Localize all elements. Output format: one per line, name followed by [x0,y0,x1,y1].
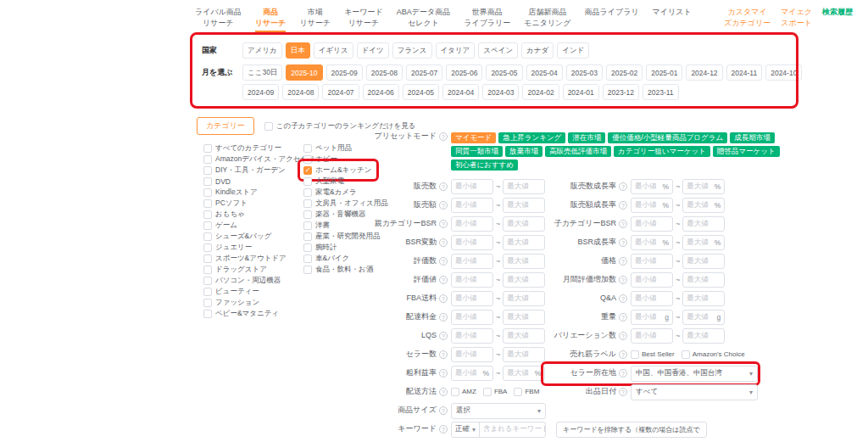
month-pill[interactable]: 2023-11 [643,84,679,100]
parent-category-bsr-min-input[interactable]: 最小値 [451,216,493,232]
revenue-min-input[interactable]: 最小値 [451,198,493,213]
lqs-max-input[interactable]: 最大値 [503,328,545,344]
category-item[interactable]: Kindleストア [203,187,258,198]
category-item[interactable]: Amazonデバイス・アクセサリ [203,154,315,165]
category-item[interactable]: ジュエリー [203,242,252,253]
checkbox-icon[interactable] [203,210,212,219]
product-size-select[interactable]: 選択▾ [451,403,546,419]
month-pill[interactable]: ここ30日 [242,64,282,81]
weight-max-input[interactable]: 最大値g [682,310,725,325]
checkbox-icon[interactable] [203,188,212,197]
category-item[interactable]: ビューティー [203,286,259,297]
checkbox-icon[interactable] [203,299,212,307]
category-item[interactable]: ドラッグストア [203,264,267,275]
variation-count-max-input[interactable]: 最大値 [682,328,725,344]
checkbox-icon[interactable] [303,177,312,186]
country-pill[interactable]: インド [557,42,589,59]
nav-tab-4[interactable]: キーワード リサーチ [344,7,383,31]
category-item[interactable]: DIY・工具・ガーデン [203,165,286,176]
info-icon[interactable]: ? [619,294,627,303]
weight-min-input[interactable]: 最小値g [631,310,673,325]
preset-tag[interactable]: 放棄市場 [505,146,542,157]
info-icon[interactable]: ? [439,332,448,340]
checkbox-icon[interactable] [303,155,312,164]
month-pill[interactable]: 2024-09 [242,84,279,100]
seller-location-select[interactable]: 中国、中国香港、中国台湾▾ [631,366,758,382]
sub-category-bsr-min-input[interactable]: 最小値 [631,216,673,232]
bsr-change-min-input[interactable]: 最小値 [451,235,493,250]
preset-tag[interactable]: カテゴリー狙いマーケット [614,146,710,157]
month-pill[interactable]: 2025-08 [366,64,403,81]
info-icon[interactable]: ? [619,182,627,191]
category-item[interactable]: スポーツ&アウトドア [203,253,287,264]
info-icon[interactable]: ? [439,425,448,434]
month-pill[interactable]: 2023-12 [603,84,639,100]
info-icon[interactable]: ? [439,369,448,378]
category-item[interactable]: おもちゃ [203,209,245,220]
keyword-match-select[interactable]: 正確▾ [452,422,480,437]
sales-growth-rate-max-input[interactable]: 最大値% [682,179,725,194]
info-icon[interactable]: ? [439,388,448,396]
review-count-min-input[interactable]: 最小値 [451,254,493,269]
month-pill[interactable]: 2025-07 [406,64,442,81]
month-pill[interactable]: 2025-03 [566,64,603,81]
nav-link-2[interactable]: マイエク スポート [781,7,812,28]
category-item[interactable]: シューズ&バッグ [203,231,271,242]
category-item[interactable]: 家電&カメラ [303,187,357,198]
checkbox-icon[interactable] [303,266,312,274]
country-pill[interactable]: 日本 [286,42,310,59]
checkbox-icon[interactable] [303,188,312,197]
checkbox-icon[interactable] [203,199,212,208]
gross-margin-max-input[interactable]: 最大値% [503,366,545,381]
checkbox-icon[interactable] [203,155,212,164]
month-pill[interactable]: 2024-08 [282,84,319,100]
sales-min-input[interactable]: 最小値 [451,179,493,194]
delivery-method-checkbox[interactable]: AMZ [451,388,476,396]
checkbox-icon[interactable] [303,255,312,263]
month-pill[interactable]: 2024-11 [726,64,763,81]
month-pill[interactable]: 2024-03 [482,84,519,100]
category-item[interactable]: ファッション [203,297,259,308]
nav-link-1[interactable]: カスタマイ ズカテゴリー [724,7,771,28]
checkbox-icon[interactable] [203,255,212,263]
country-pill[interactable]: フランス [392,42,432,59]
checkbox-icon[interactable] [483,388,492,396]
country-pill[interactable]: イタリア [436,42,476,59]
sales-max-input[interactable]: 最大値 [503,179,545,194]
info-icon[interactable]: ? [619,369,627,378]
month-pill[interactable]: 2025-02 [606,64,643,81]
seller-count-max-input[interactable]: 最大値 [503,347,545,362]
preset-tag[interactable]: 急上昇ランキング [498,132,565,143]
checkbox-icon[interactable] [203,277,212,285]
revenue-growth-rate-min-input[interactable]: 最小値% [631,198,673,213]
category-item[interactable]: PCソフト [203,198,248,209]
info-icon[interactable]: ? [619,220,627,228]
info-icon[interactable]: ? [619,388,627,396]
month-pill[interactable]: 2024-06 [363,84,399,100]
country-pill[interactable]: スペイン [478,42,518,59]
bsr-growth-rate-min-input[interactable]: 最小値% [631,235,673,250]
category-item[interactable]: ペット用品 [303,143,352,154]
nav-tab-3[interactable]: 市場 リサーチ [299,7,331,31]
country-pill[interactable]: イギリス [314,42,353,59]
bsr-change-max-input[interactable]: 最大値 [503,235,545,250]
category-item[interactable]: 食品・飲料・お酒 [303,264,373,275]
nav-tab-5[interactable]: ABAデータ商品 セレクト [397,7,450,31]
sales-growth-rate-min-input[interactable]: 最小値% [631,179,673,194]
checkbox-icon[interactable]: ✓ [303,166,312,175]
delivery-method-checkbox[interactable]: FBA [483,388,508,396]
subcategory-rank-checkbox[interactable]: この子カテゴリーのランキングだけを見る [264,121,416,131]
sub-category-bsr-max-input[interactable]: 最大値 [682,216,725,232]
variation-count-min-input[interactable]: 最小値 [631,328,673,344]
checkbox-icon[interactable] [303,199,312,208]
fba-fee-max-input[interactable]: 最大値 [503,291,545,306]
month-pill[interactable]: 2025-09 [326,64,363,81]
checkbox-icon[interactable] [203,310,212,318]
info-icon[interactable]: ? [619,332,627,340]
shipping-fee-max-input[interactable]: 最大値 [503,310,545,325]
country-pill[interactable]: ドイツ [357,42,389,59]
checkbox-icon[interactable] [303,144,312,153]
preset-tag[interactable]: 初心者におすすめ [451,159,518,171]
info-icon[interactable]: ? [439,276,448,284]
info-icon[interactable]: ? [439,201,448,210]
